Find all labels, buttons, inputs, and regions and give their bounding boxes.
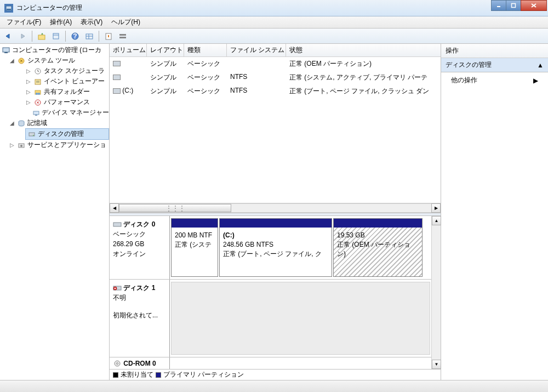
title-bar: コンピューターの管理 <box>0 0 548 16</box>
scroll-right-button[interactable]: ▶ <box>431 203 441 213</box>
disk-list-icon[interactable] <box>117 30 129 42</box>
col-volume[interactable]: ボリューム <box>110 44 147 56</box>
clock-icon <box>33 67 42 76</box>
col-type[interactable]: 種類 <box>184 44 227 56</box>
uninitialized-area[interactable] <box>171 282 430 355</box>
tree-root[interactable]: コンピューターの管理 (ローカ <box>0 45 109 55</box>
horizontal-scrollbar[interactable]: ◀ ⋮⋮⋮ ▶ <box>110 203 441 213</box>
properties-icon[interactable] <box>50 30 62 42</box>
cell-status: 正常 (OEM パーティション) <box>286 58 441 70</box>
cell-type: ベーシック <box>184 72 227 83</box>
partition-0[interactable]: 200 MB NTF 正常 (システ <box>171 218 218 277</box>
col-filesystem[interactable]: ファイル システム <box>227 44 286 56</box>
cell-volume: (C:) <box>110 86 147 97</box>
minimize-button[interactable] <box>491 0 506 11</box>
scroll-up-button[interactable]: ▲ <box>432 216 441 225</box>
tree-services-apps[interactable]: ▷ サービスとアプリケーショ <box>9 140 109 150</box>
menu-bar: ファイル(F) 操作(A) 表示(V) ヘルプ(H) <box>0 16 548 29</box>
window-controls <box>492 0 547 11</box>
submenu-arrow-icon: ▶ <box>533 77 538 84</box>
back-button[interactable] <box>2 30 14 42</box>
folder-up-icon[interactable] <box>36 30 48 42</box>
svg-point-34 <box>20 145 22 147</box>
cdrom-row[interactable]: CD-ROM 0 <box>110 357 431 369</box>
disk-0-info: ディスク 0 ベーシック 268.29 GB オンライン <box>110 216 170 279</box>
main-area: コンピューターの管理 (ローカ ◢ システム ツール ▷ タスク スケジューラ … <box>0 44 548 380</box>
collapse-icon[interactable]: ◢ <box>9 58 15 64</box>
col-layout[interactable]: レイアウト <box>147 44 184 56</box>
tree-task-scheduler[interactable]: ▷ タスク スケジューラ <box>25 66 109 76</box>
cell-layout: シンプル <box>147 72 184 83</box>
disk-type: ベーシック <box>113 229 166 239</box>
forward-button[interactable] <box>16 30 28 42</box>
refresh-icon[interactable] <box>102 30 115 42</box>
cell-status: 正常 (システム, アクティブ, プライマリ パーテ <box>286 72 441 83</box>
tree-performance[interactable]: ▷ パフォーマンス <box>25 97 109 107</box>
expand-icon[interactable]: ▷ <box>25 68 32 74</box>
menu-action[interactable]: 操作(A) <box>45 16 76 28</box>
partition-header-primary <box>172 219 218 228</box>
vertical-scrollbar[interactable]: ▲ ▼ <box>431 216 441 369</box>
tree-shared-folders[interactable]: ▷ 共有フォルダー <box>25 87 109 97</box>
actions-group-label: ディスクの管理 <box>446 60 492 70</box>
disk-1-row[interactable]: ディスク 1 不明 初期化されて... <box>110 279 431 357</box>
disk-1-info: ディスク 1 不明 初期化されて... <box>110 280 170 357</box>
tools-icon <box>17 56 26 65</box>
volume-row[interactable]: シンプル ベーシック 正常 (OEM パーティション) <box>110 57 441 71</box>
svg-rect-35 <box>113 223 121 226</box>
collapse-icon[interactable]: ◢ <box>9 120 15 126</box>
expand-icon[interactable]: ▷ <box>25 78 32 84</box>
disk-status: 初期化されて... <box>113 310 166 320</box>
scroll-left-button[interactable]: ◀ <box>110 203 119 213</box>
device-icon <box>32 109 40 117</box>
menu-file[interactable]: ファイル(F) <box>2 16 45 28</box>
menu-view[interactable]: 表示(V) <box>76 16 107 28</box>
tree-label: ディスクの管理 <box>38 129 84 139</box>
scroll-down-button[interactable]: ▼ <box>432 360 441 369</box>
help-icon[interactable]: ? <box>69 30 81 42</box>
window-title: コンピューターの管理 <box>16 3 492 13</box>
cell-layout: シンプル <box>147 86 184 97</box>
svg-rect-18 <box>4 52 8 53</box>
cdrom-info: CD-ROM 0 <box>110 357 170 369</box>
volume-row[interactable]: シンプル ベーシック NTFS 正常 (システム, アクティブ, プライマリ パ… <box>110 71 441 84</box>
scroll-track[interactable]: ⋮⋮⋮ <box>119 203 431 213</box>
maximize-button[interactable] <box>506 0 521 11</box>
performance-icon <box>33 98 42 107</box>
expand-icon[interactable]: ▷ <box>25 89 32 95</box>
view-icon[interactable] <box>83 30 95 42</box>
legend-swatch-unallocated <box>113 372 118 378</box>
storage-icon <box>17 119 26 128</box>
scroll-thumb[interactable]: ⋮⋮⋮ <box>119 204 231 212</box>
expand-icon[interactable]: ▷ <box>25 99 32 105</box>
partition-header-primary <box>220 219 332 228</box>
legend-label-unallocated: 未割り当て <box>121 370 153 379</box>
svg-text:?: ? <box>73 32 77 40</box>
partition-size: 248.56 GB NTFS <box>223 240 328 249</box>
legend-label-primary: プライマリ パーティション <box>163 370 244 379</box>
volume-row[interactable]: (C:) シンプル ベーシック NTFS 正常 (ブート, ページ ファイル, … <box>110 84 441 98</box>
event-icon <box>33 77 42 86</box>
svg-point-26 <box>38 93 40 95</box>
partition-size: 19.53 GB <box>337 231 419 240</box>
tree-event-viewer[interactable]: ▷ イベント ビューアー <box>25 76 109 87</box>
folder-share-icon <box>33 88 42 96</box>
tree-label: タスク スケジューラ <box>44 66 105 76</box>
disk-size: 268.29 GB <box>113 239 166 249</box>
scroll-track[interactable] <box>432 225 441 360</box>
tree-system-tools[interactable]: ◢ システム ツール <box>9 55 109 66</box>
actions-group-disk-mgmt[interactable]: ディスクの管理 ▲ <box>441 58 548 72</box>
col-status[interactable]: 状態 <box>286 44 441 56</box>
expand-icon[interactable]: ▷ <box>9 142 15 148</box>
partition-2[interactable]: 19.53 GB 正常 (OEM パーティション) <box>333 218 423 277</box>
actions-other[interactable]: 他の操作 ▶ <box>441 72 548 88</box>
partition-1[interactable]: (C:) 248.56 GB NTFS 正常 (ブート, ページ ファイル, ク <box>219 218 332 277</box>
menu-help[interactable]: ヘルプ(H) <box>107 16 145 28</box>
disk-type: 不明 <box>113 293 166 303</box>
disk-0-row[interactable]: ディスク 0 ベーシック 268.29 GB オンライン 200 MB NTF … <box>110 216 431 279</box>
tree-panel: コンピューターの管理 (ローカ ◢ システム ツール ▷ タスク スケジューラ … <box>0 44 110 380</box>
tree-storage[interactable]: ◢ 記憶域 <box>9 118 109 128</box>
tree-disk-management[interactable]: ディスクの管理 <box>25 128 109 140</box>
tree-device-manager[interactable]: デバイス マネージャー <box>25 107 109 118</box>
close-button[interactable] <box>521 0 547 11</box>
